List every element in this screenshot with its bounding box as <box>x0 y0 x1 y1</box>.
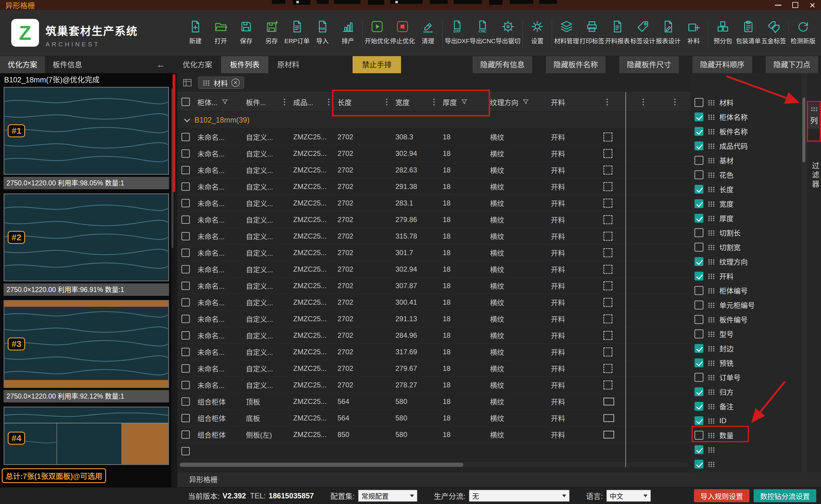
language-select[interactable]: 中文 <box>606 490 651 502</box>
hide-button-2[interactable]: 隐藏板件尺寸 <box>619 56 679 73</box>
table-row[interactable]: 组合柜体顶板ZMZC25...56458018横纹开料 <box>177 393 691 410</box>
drag-handle-icon[interactable] <box>708 403 715 409</box>
table-row[interactable]: 未命名...自定义...ZMZC25...2702291.1318横纹开料 <box>177 311 691 327</box>
toolbar-button-print-label[interactable]: 打印标签 <box>579 19 605 45</box>
drag-handle-icon[interactable] <box>708 230 715 236</box>
table-row[interactable]: 未命名...自定义...ZMZC25...2702307.8718横纹开料 <box>177 278 691 294</box>
checkbox-unchecked[interactable] <box>695 170 703 179</box>
toolbar-button-open-folder[interactable]: 打开 <box>208 19 234 45</box>
drag-handle-icon[interactable] <box>708 461 715 467</box>
column-toggle-item[interactable]: 板件名称 <box>691 124 802 138</box>
main-tab-1[interactable]: 板件列表 <box>221 56 268 73</box>
column-toggle-item[interactable]: 柜体编号 <box>691 283 802 298</box>
checkbox-unchecked[interactable] <box>695 286 703 295</box>
column-toggle-item[interactable]: 基材 <box>691 153 802 167</box>
checkbox-checked[interactable] <box>695 402 703 411</box>
main-tab-0[interactable]: 优化方案 <box>174 56 221 73</box>
drag-handle-icon[interactable] <box>708 360 715 366</box>
column-toggle-item[interactable]: 开料 <box>691 269 802 283</box>
column-menu-icon[interactable] <box>386 99 388 105</box>
column-header-1[interactable]: 柜体... <box>194 92 242 111</box>
toolbar-button-stop-optimize[interactable]: 停止优化 <box>390 19 415 45</box>
checkbox-checked[interactable] <box>695 445 703 454</box>
toolbar-button-report-design[interactable]: 报表设计 <box>656 19 681 45</box>
sheet-item[interactable]: #4 <box>4 407 169 466</box>
checkbox-checked[interactable] <box>695 257 703 266</box>
hide-button-3[interactable]: 隐藏开料顺序 <box>693 56 752 73</box>
column-toggle-item[interactable]: 成品代码 <box>691 138 802 153</box>
checkbox-checked[interactable] <box>695 272 703 280</box>
row-checkbox[interactable] <box>181 216 190 224</box>
drag-handle-icon[interactable] <box>708 302 715 308</box>
toolbar-button-packing-list[interactable]: 包装清单 <box>736 19 761 45</box>
checkbox-unchecked[interactable] <box>695 243 703 252</box>
column-toggle-item[interactable]: 花色 <box>691 167 802 182</box>
row-checkbox[interactable] <box>181 249 190 257</box>
toolbar-button-settings[interactable]: 设置 <box>524 19 550 45</box>
column-toggle-item[interactable]: 板件编号 <box>691 312 802 327</box>
column-toggle-item[interactable]: 型号 <box>691 327 802 341</box>
checkbox-unchecked[interactable] <box>695 156 703 165</box>
column-header-4[interactable]: 长度 <box>334 92 392 111</box>
drag-handle-icon[interactable] <box>708 157 715 163</box>
table-row[interactable]: 未命名...自定义...ZMZC25...2702308.318横纹开料 <box>177 129 691 145</box>
drag-handle-icon[interactable] <box>708 143 715 149</box>
table-row[interactable]: 未命名...自定义...ZMZC25...2702283.118横纹开料 <box>177 195 691 211</box>
column-toggle-item[interactable]: 柜体名称 <box>691 110 802 124</box>
drag-handle-icon[interactable] <box>708 100 715 105</box>
column-toggle-item[interactable]: 纹理方向 <box>691 254 802 269</box>
column-header-8[interactable]: 开料 <box>547 92 586 111</box>
sheet-item[interactable]: #32750.0×1220.00 利用率:92.12% 数量:1 <box>4 300 169 402</box>
row-checkbox[interactable] <box>181 133 190 141</box>
left-tab-1[interactable]: 板件信息 <box>45 56 90 73</box>
filter-funnel-icon[interactable] <box>461 99 467 105</box>
drag-handle-icon[interactable] <box>708 374 715 380</box>
import-rules-button[interactable]: 导入规则设置 <box>694 489 750 502</box>
row-checkbox[interactable] <box>181 265 190 273</box>
column-menu-icon[interactable] <box>643 99 644 105</box>
toolbar-button-schedule[interactable]: 排产 <box>335 19 361 45</box>
table-row[interactable]: 未命名...自定义...ZMZC25...2702300.4118横纹开料 <box>177 294 691 311</box>
column-menu-icon[interactable] <box>606 99 608 105</box>
drag-handle-icon[interactable] <box>708 186 715 192</box>
hide-button-0[interactable]: 隐藏所有信息 <box>473 56 532 73</box>
checkbox-checked[interactable] <box>695 358 703 367</box>
toolbar-button-label-design[interactable]: 标签设计 <box>630 19 656 45</box>
checkbox-checked[interactable] <box>695 214 703 223</box>
table-config-icon[interactable] <box>182 77 193 88</box>
checkbox-unchecked[interactable] <box>695 315 703 324</box>
hide-button-1[interactable]: 隐藏板件名称 <box>546 56 605 73</box>
horizontal-scrollbar[interactable] <box>180 462 689 467</box>
row-checkbox[interactable] <box>181 397 190 406</box>
config-set-select[interactable]: 常规配置 <box>358 490 417 502</box>
table-row[interactable]: 未命名...自定义...ZMZC25...2702279.6718横纹开料 <box>177 360 691 377</box>
toolbar-button-export-dxf[interactable]: DXF导出DXF <box>444 19 470 45</box>
scrollbar-thumb[interactable] <box>802 97 805 162</box>
scrollbar-thumb[interactable] <box>180 463 463 467</box>
checkbox-checked[interactable] <box>695 344 703 353</box>
collapse-panel-icon[interactable]: ← <box>148 60 174 70</box>
chip-remove-icon[interactable]: × <box>232 79 240 87</box>
forbid-manual-layout-button[interactable]: 禁止手排 <box>353 56 401 73</box>
toolbar-button-replenish[interactable]: 补料 <box>681 19 706 45</box>
table-row[interactable]: 组合柜体底板ZMZC25...56458018横纹开料 <box>177 410 691 426</box>
drag-handle-icon[interactable] <box>708 201 715 207</box>
production-split-select[interactable]: 无 <box>469 490 569 502</box>
filter-funnel-icon[interactable] <box>522 99 529 105</box>
column-toggle-item[interactable]: 归方 <box>691 384 802 399</box>
column-menu-icon[interactable] <box>284 99 286 105</box>
table-group-row[interactable]: B102_18mm(39) <box>177 112 691 129</box>
column-toggle-item[interactable]: 切割长 <box>691 225 802 240</box>
row-checkbox[interactable] <box>181 348 190 356</box>
drag-handle-icon[interactable] <box>708 432 715 438</box>
bottom-document-tab[interactable]: 异形格栅 <box>177 472 821 487</box>
checkbox-checked[interactable] <box>695 141 703 150</box>
toolbar-button-clean[interactable]: 清理 <box>415 19 441 45</box>
minimize-button[interactable] <box>770 0 787 10</box>
row-checkbox[interactable] <box>181 430 190 439</box>
row-checkbox[interactable] <box>181 149 190 158</box>
table-row[interactable]: 未命名...自定义...ZMZC25...2702302.9418横纹开料 <box>177 261 691 278</box>
checkbox-checked[interactable] <box>695 416 703 425</box>
group-chip-material[interactable]: 材料 × <box>198 76 244 89</box>
table-row[interactable]: 未命名...自定义...ZMZC25...2702291.3818横纹开料 <box>177 178 691 195</box>
